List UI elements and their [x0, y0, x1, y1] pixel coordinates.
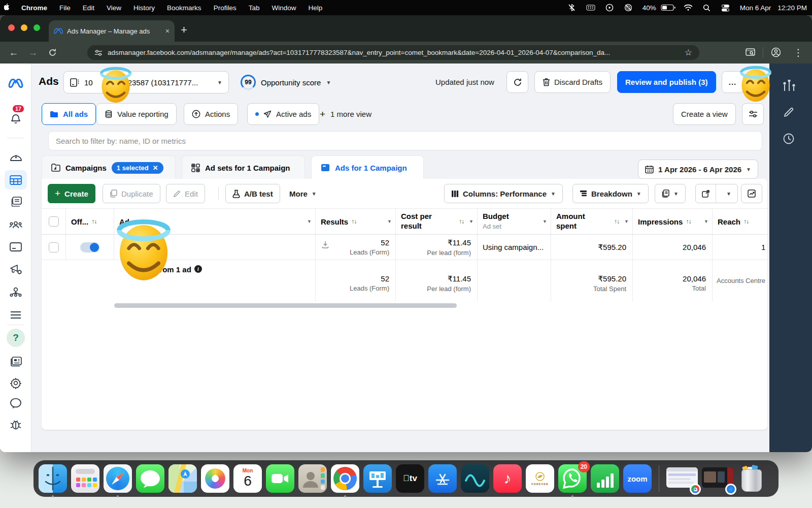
col-impressions[interactable]: Impressions↑↓▼ [633, 209, 713, 234]
dock-facetime[interactable] [266, 464, 294, 493]
assets-icon[interactable] [5, 282, 27, 301]
dock-trash[interactable] [737, 464, 766, 493]
bluetooth-off-icon[interactable] [564, 0, 580, 15]
more-view-button[interactable]: + 1 more view [320, 103, 371, 125]
dock-maps[interactable] [168, 464, 197, 493]
column-menu-caret[interactable]: ▼ [307, 219, 312, 224]
events-manager-icon[interactable] [5, 260, 27, 279]
refresh-button[interactable] [506, 71, 528, 93]
chrome-menu-icon[interactable]: ⋮ [789, 43, 808, 62]
billing-icon[interactable] [5, 237, 27, 257]
notifications-bell-icon[interactable]: 17 [5, 109, 27, 129]
col-reach[interactable]: Reach↑↓ [713, 209, 767, 234]
breakdown-button[interactable]: Breakdown▼ [572, 184, 649, 203]
reload-button[interactable] [43, 43, 62, 62]
tab-ads[interactable]: Ads for 1 Campaign [311, 155, 424, 179]
clear-selection-icon[interactable]: ✕ [153, 164, 158, 172]
control-center-icon[interactable] [718, 0, 733, 15]
menu-tab[interactable]: Tab [243, 4, 266, 12]
column-menu-caret[interactable]: ▼ [543, 219, 547, 224]
dock-minimized-video-window[interactable] [702, 464, 733, 493]
whats-new-icon[interactable] [5, 352, 27, 371]
campaigns-table-icon[interactable] [5, 170, 27, 189]
col-off[interactable]: Off...↑↓ [66, 209, 114, 234]
view-actions[interactable]: Actions [184, 103, 238, 125]
selected-filter-pill[interactable]: 1 selected✕ [112, 162, 163, 174]
menu-history[interactable]: History [127, 4, 161, 12]
menu-window[interactable]: Window [265, 4, 302, 12]
edit-rail-icon[interactable] [783, 106, 795, 120]
ad-name-cell[interactable] [114, 235, 316, 260]
dock-zoom[interactable]: zoom [623, 464, 652, 493]
view-value-reporting[interactable]: Value reporting [96, 103, 177, 125]
audiences-icon[interactable] [5, 215, 27, 234]
dock-keynote[interactable] [363, 464, 392, 493]
sort-icon[interactable]: ↑↓ [91, 218, 96, 225]
col-amount-spent[interactable]: Amountspent ↑↓▼ [551, 209, 633, 234]
create-button[interactable]: +Create [48, 184, 95, 203]
wifi-icon[interactable] [681, 0, 696, 15]
col-budget[interactable]: BudgetAd set ▼ [478, 209, 551, 234]
discard-drafts-button[interactable]: Discard Drafts [534, 71, 611, 93]
export-icon[interactable] [696, 184, 716, 203]
menu-view[interactable]: View [100, 4, 127, 12]
dock-calendar[interactable]: Mon 6 [233, 464, 262, 493]
minimize-window-button[interactable] [21, 24, 27, 31]
dock-minimized-chrome-window[interactable] [666, 464, 698, 493]
meta-logo-icon[interactable] [5, 74, 27, 93]
history-rail-icon[interactable] [783, 133, 795, 147]
report-bug-icon[interactable] [5, 415, 27, 434]
zoom-window-button[interactable] [33, 24, 40, 31]
ab-test-button[interactable]: A/B test [225, 184, 280, 203]
tab-campaigns[interactable]: Campaigns 1 selected✕ [42, 155, 176, 179]
header-more-button[interactable]: ... [722, 71, 743, 93]
row-checkbox[interactable] [49, 242, 59, 252]
horizontal-scrollbar[interactable] [114, 303, 457, 308]
export-split-button[interactable]: ▼ [695, 184, 738, 203]
create-view-button[interactable]: Create a view [673, 103, 736, 125]
columns-button[interactable]: Columns: Performance▼ [444, 184, 563, 203]
menu-help[interactable]: Help [302, 4, 328, 12]
focus-off-icon[interactable] [621, 0, 636, 15]
more-menu-button[interactable]: More▼ [289, 184, 317, 203]
info-icon[interactable]: i [194, 265, 202, 273]
ad-account-selector[interactable]: 10 23587 (103171777... ▼ [63, 71, 229, 93]
menu-edit[interactable]: Edit [77, 4, 100, 12]
dock-wave-app[interactable] [461, 464, 489, 493]
column-menu-caret[interactable]: ▼ [469, 219, 473, 224]
playback-icon[interactable] [602, 0, 617, 15]
view-charts-button[interactable] [741, 184, 762, 203]
tab-adsets[interactable]: Ad sets for 1 Campaign [182, 155, 305, 179]
view-settings-button[interactable] [742, 103, 764, 125]
search-bubble-icon[interactable] [5, 394, 27, 413]
dock-finder[interactable] [39, 464, 67, 493]
bookmark-star-icon[interactable]: ☆ [685, 47, 692, 58]
spotlight-icon[interactable] [699, 0, 715, 15]
menu-profiles[interactable]: Profiles [208, 4, 243, 12]
dock-appstore[interactable] [428, 464, 457, 493]
account-overview-icon[interactable] [5, 148, 27, 167]
dock-photos[interactable] [201, 464, 229, 493]
sort-icon[interactable]: ↑↓ [351, 218, 356, 225]
sort-icon[interactable]: ↑↓ [614, 218, 619, 225]
dock-appletv[interactable]: tv [396, 464, 424, 493]
date-range-button[interactable]: 1 Apr 2026 - 6 Apr 2026 ▼ [638, 160, 758, 179]
browser-tab[interactable]: Ads Manager – Manage ads × [49, 20, 175, 42]
address-bar[interactable]: adsmanager.facebook.com/adsmanager/manag… [87, 45, 699, 60]
ads-reporting-icon[interactable] [5, 193, 27, 212]
sort-icon[interactable]: ↑↓ [686, 218, 691, 225]
profile-avatar-icon[interactable] [766, 43, 786, 62]
column-menu-caret[interactable]: ▼ [624, 219, 629, 224]
dock-chrome[interactable] [331, 464, 359, 493]
col-ad-name[interactable]: Ad▼ [114, 209, 316, 234]
view-all-ads[interactable]: All ads [42, 103, 96, 125]
menubar-date[interactable]: Mon 6 Apr [737, 4, 771, 12]
column-menu-caret[interactable]: ▼ [387, 219, 392, 224]
site-settings-icon[interactable] [94, 49, 103, 56]
help-icon[interactable]: ? [7, 329, 25, 347]
sort-icon[interactable]: ↑↓ [743, 218, 749, 225]
review-publish-button[interactable]: Review and publish (3) [617, 71, 716, 93]
dock-messages[interactable] [136, 464, 164, 493]
menu-bookmarks[interactable]: Bookmarks [161, 4, 208, 12]
menubar-time[interactable]: 12:20 PM [774, 4, 807, 12]
